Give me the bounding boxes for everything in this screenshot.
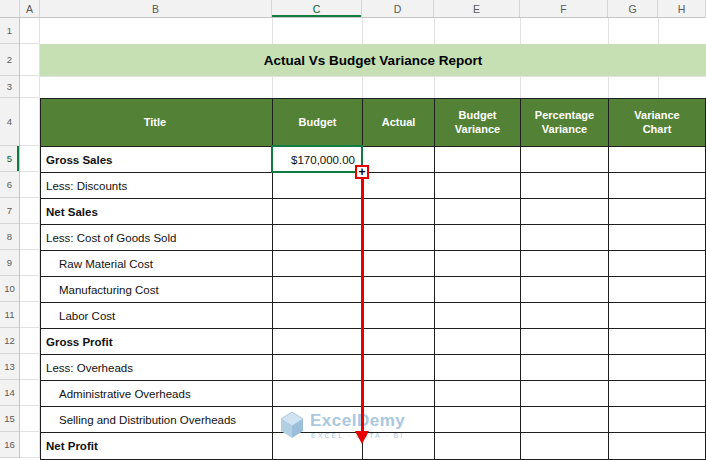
cell-actual[interactable]	[363, 225, 435, 251]
cell-budget-variance[interactable]	[435, 303, 521, 329]
cell-percentage-variance[interactable]	[521, 173, 609, 199]
cell-budget[interactable]	[273, 329, 363, 355]
cell-a5[interactable]	[20, 146, 40, 172]
cell-budget[interactable]: $170,000.00	[273, 147, 363, 173]
cell-percentage-variance[interactable]	[521, 303, 609, 329]
cell-variance-chart[interactable]	[609, 381, 705, 407]
cell-budget[interactable]	[273, 277, 363, 303]
row-header-13[interactable]: 13	[0, 354, 19, 380]
cell-percentage-variance[interactable]	[521, 147, 609, 173]
header-title[interactable]: Title	[41, 99, 273, 147]
row-header-15[interactable]: 15	[0, 406, 19, 432]
cell-a9[interactable]	[20, 250, 40, 276]
cell-a6[interactable]	[20, 172, 40, 198]
cell-percentage-variance[interactable]	[521, 225, 609, 251]
row-header-2[interactable]: 2	[0, 44, 19, 76]
cell-budget[interactable]	[273, 355, 363, 381]
cell-actual[interactable]	[363, 303, 435, 329]
fill-handle-cursor-icon[interactable]: +	[355, 165, 369, 179]
row-header-4[interactable]: 4	[0, 98, 19, 146]
column-header-e[interactable]: E	[434, 0, 520, 17]
cell-title[interactable]: Labor Cost	[41, 303, 273, 329]
cell-variance-chart[interactable]	[609, 329, 705, 355]
cell-budget-variance[interactable]	[435, 407, 521, 433]
cell-budget-variance[interactable]	[435, 433, 521, 459]
column-header-a[interactable]: A	[20, 0, 40, 17]
column-header-b[interactable]: B	[40, 0, 272, 17]
cell-title[interactable]: Manufacturing Cost	[41, 277, 273, 303]
cell-variance-chart[interactable]	[609, 173, 705, 199]
cell-a2[interactable]	[20, 44, 40, 76]
column-header-c[interactable]: C	[272, 0, 362, 17]
cell-actual[interactable]	[363, 355, 435, 381]
cell-a13[interactable]	[20, 354, 40, 380]
cell-percentage-variance[interactable]	[521, 355, 609, 381]
column-header-d[interactable]: D	[362, 0, 434, 17]
cell-a11[interactable]	[20, 302, 40, 328]
report-title-banner[interactable]: Actual Vs Budget Variance Report	[40, 44, 706, 76]
header-percentage-variance[interactable]: Percentage Variance	[521, 99, 609, 147]
cell-variance-chart[interactable]	[609, 407, 705, 433]
cell-actual[interactable]	[363, 147, 435, 173]
cell-a14[interactable]	[20, 380, 40, 406]
cell-budget-variance[interactable]	[435, 329, 521, 355]
header-budget-variance[interactable]: Budget Variance	[435, 99, 521, 147]
cell-actual[interactable]	[363, 199, 435, 225]
header-budget[interactable]: Budget	[273, 99, 363, 147]
cell-a12[interactable]	[20, 328, 40, 354]
row-header-3[interactable]: 3	[0, 76, 19, 98]
cell-budget[interactable]	[273, 225, 363, 251]
cell-percentage-variance[interactable]	[521, 407, 609, 433]
cell-variance-chart[interactable]	[609, 433, 705, 459]
row-header-11[interactable]: 11	[0, 302, 19, 328]
column-header-f[interactable]: F	[520, 0, 608, 17]
cell-a3[interactable]	[20, 76, 40, 98]
row-header-10[interactable]: 10	[0, 276, 19, 302]
cell-title[interactable]: Less: Overheads	[41, 355, 273, 381]
cell-actual[interactable]	[363, 381, 435, 407]
cell-budget-variance[interactable]	[435, 225, 521, 251]
cell-variance-chart[interactable]	[609, 277, 705, 303]
header-variance-chart[interactable]: Variance Chart	[609, 99, 705, 147]
row-header-16[interactable]: 16	[0, 432, 19, 458]
cell-budget[interactable]	[273, 251, 363, 277]
cell-variance-chart[interactable]	[609, 251, 705, 277]
row-header-12[interactable]: 12	[0, 328, 19, 354]
cell-budget[interactable]	[273, 199, 363, 225]
cell-actual[interactable]	[363, 329, 435, 355]
cell-budget-variance[interactable]	[435, 277, 521, 303]
row-header-1[interactable]: 1	[0, 18, 19, 44]
cell-percentage-variance[interactable]	[521, 251, 609, 277]
cell-title[interactable]: Net Sales	[41, 199, 273, 225]
cell-a15[interactable]	[20, 406, 40, 432]
cell-budget[interactable]	[273, 303, 363, 329]
cell-budget[interactable]	[273, 173, 363, 199]
cell-title[interactable]: Less: Cost of Goods Sold	[41, 225, 273, 251]
cell-title[interactable]: Selling and Distribution Overheads	[41, 407, 273, 433]
row-header-7[interactable]: 7	[0, 198, 19, 224]
row-header-14[interactable]: 14	[0, 380, 19, 406]
cell-a7[interactable]	[20, 198, 40, 224]
cell-actual[interactable]	[363, 173, 435, 199]
select-all-corner[interactable]	[0, 0, 20, 17]
cell-budget-variance[interactable]	[435, 381, 521, 407]
cell-title[interactable]: Less: Discounts	[41, 173, 273, 199]
cell-budget-variance[interactable]	[435, 355, 521, 381]
cell-title[interactable]: Administrative Overheads	[41, 381, 273, 407]
cell-budget-variance[interactable]	[435, 173, 521, 199]
cell-a16[interactable]	[20, 432, 40, 458]
header-actual[interactable]: Actual	[363, 99, 435, 147]
cell-actual[interactable]	[363, 251, 435, 277]
cell-percentage-variance[interactable]	[521, 381, 609, 407]
cell-a8[interactable]	[20, 224, 40, 250]
column-header-g[interactable]: G	[608, 0, 658, 17]
cell-variance-chart[interactable]	[609, 225, 705, 251]
cell-variance-chart[interactable]	[609, 303, 705, 329]
cell-title[interactable]: Gross Profit	[41, 329, 273, 355]
row-header-9[interactable]: 9	[0, 250, 19, 276]
cell-variance-chart[interactable]	[609, 199, 705, 225]
cell-title[interactable]: Gross Sales	[41, 147, 273, 173]
cell-percentage-variance[interactable]	[521, 277, 609, 303]
cell-variance-chart[interactable]	[609, 147, 705, 173]
cell-actual[interactable]	[363, 277, 435, 303]
